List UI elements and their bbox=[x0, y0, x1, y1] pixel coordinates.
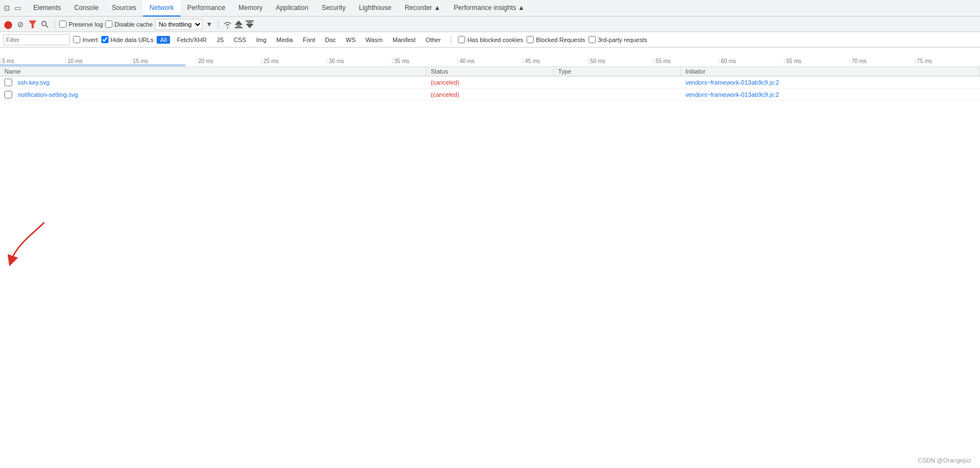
inspect-icon[interactable]: ⊡ bbox=[2, 4, 11, 13]
svg-rect-7 bbox=[247, 22, 252, 23]
tick-10ms: 10 ms bbox=[65, 58, 131, 64]
filter-css-btn[interactable]: CSS bbox=[230, 36, 250, 44]
tab-sources[interactable]: Sources bbox=[105, 0, 143, 17]
has-blocked-cookies-label[interactable]: Has blocked cookies bbox=[458, 36, 523, 43]
invert-label[interactable]: Invert bbox=[73, 36, 98, 43]
filter-icon[interactable] bbox=[28, 19, 38, 29]
devtools-icons: ⊡ ▭ bbox=[2, 4, 22, 13]
filter-media-btn[interactable]: Media bbox=[273, 36, 296, 44]
td-initiator-0[interactable]: vendors~framework-013ab9c9.js:2 bbox=[681, 79, 980, 86]
tick-40ms: 40 ms bbox=[457, 58, 523, 64]
tick-45ms: 45 ms bbox=[523, 58, 588, 64]
tick-35ms: 35 ms bbox=[392, 58, 457, 64]
svg-rect-8 bbox=[246, 20, 254, 22]
th-type[interactable]: Type bbox=[554, 67, 681, 76]
filter-img-btn[interactable]: Img bbox=[253, 36, 270, 44]
filter-input[interactable] bbox=[3, 34, 70, 45]
wifi-icon[interactable] bbox=[223, 20, 232, 29]
tick-50ms: 50 ms bbox=[588, 58, 653, 64]
tab-application[interactable]: Application bbox=[269, 0, 315, 17]
tab-performance[interactable]: Performance bbox=[180, 0, 232, 17]
table-header: Name Status Type Initiator bbox=[0, 67, 980, 76]
preserve-log-label[interactable]: Preserve log bbox=[59, 20, 103, 28]
blocked-requests-checkbox[interactable] bbox=[527, 36, 534, 43]
hide-data-urls-checkbox[interactable] bbox=[101, 36, 109, 43]
tick-65ms: 65 ms bbox=[784, 58, 849, 64]
th-name[interactable]: Name bbox=[0, 67, 426, 76]
filter-js-btn[interactable]: JS bbox=[213, 36, 227, 44]
tab-recorder[interactable]: Recorder ▲ bbox=[398, 0, 447, 17]
tick-15ms: 15 ms bbox=[131, 58, 196, 64]
filter-ws-btn[interactable]: WS bbox=[343, 36, 359, 44]
export-icon[interactable] bbox=[245, 20, 254, 29]
filter-manifest-btn[interactable]: Manifest bbox=[389, 36, 419, 44]
svg-marker-0 bbox=[29, 20, 37, 28]
throttle-select[interactable]: No throttling Fast 3G Slow 3G Offline bbox=[155, 19, 203, 30]
disable-cache-checkbox[interactable] bbox=[105, 20, 112, 28]
tab-network[interactable]: Network bbox=[143, 0, 180, 17]
device-icon[interactable]: ▭ bbox=[13, 4, 22, 13]
stop-button[interactable]: ⊘ bbox=[16, 19, 25, 29]
tab-console[interactable]: Console bbox=[68, 0, 105, 17]
filter-doc-btn[interactable]: Doc bbox=[322, 36, 339, 44]
tab-lighthouse[interactable]: Lighthouse bbox=[352, 0, 398, 17]
network-toolbar: ⬤ ⊘ Preserve log Disable cache No thrott… bbox=[0, 17, 980, 32]
timeline-ruler: 5 ms 10 ms 15 ms 20 ms 25 ms 30 ms 35 ms… bbox=[0, 48, 980, 66]
svg-marker-6 bbox=[246, 24, 254, 28]
divider-1 bbox=[54, 20, 55, 29]
preserve-log-checkbox[interactable] bbox=[59, 20, 66, 28]
filter-fetchxhr-btn[interactable]: Fetch/XHR bbox=[173, 36, 210, 44]
td-status-1: (canceled) bbox=[426, 91, 554, 98]
timeline-header: 5 ms 10 ms 15 ms 20 ms 25 ms 30 ms 35 ms… bbox=[0, 48, 980, 67]
blocked-requests-label[interactable]: Blocked Requests bbox=[527, 36, 585, 43]
row-checkbox-1[interactable] bbox=[4, 91, 12, 98]
import-icon[interactable] bbox=[234, 20, 243, 29]
svg-rect-4 bbox=[236, 25, 241, 27]
tick-75ms: 75 ms bbox=[915, 58, 980, 64]
timeline-waterfall-bar bbox=[0, 64, 185, 66]
th-initiator[interactable]: Initiator bbox=[681, 67, 980, 76]
tick-20ms: 20 ms bbox=[196, 58, 261, 64]
throttle-dropdown-icon[interactable]: ▼ bbox=[205, 20, 214, 29]
table-row[interactable]: notification-setting.svg (canceled) vend… bbox=[0, 89, 980, 101]
disable-cache-label[interactable]: Disable cache bbox=[105, 20, 153, 28]
tick-30ms: 30 ms bbox=[327, 58, 392, 64]
tab-security[interactable]: Security bbox=[315, 0, 352, 17]
record-button[interactable]: ⬤ bbox=[3, 19, 13, 29]
hide-data-urls-label[interactable]: Hide data URLs bbox=[101, 36, 154, 43]
tick-5ms: 5 ms bbox=[0, 58, 65, 64]
has-blocked-cookies-checkbox[interactable] bbox=[458, 36, 465, 43]
tick-55ms: 55 ms bbox=[653, 58, 719, 64]
divider-filter bbox=[451, 35, 451, 44]
annotation-arrow bbox=[0, 217, 89, 272]
td-name-1: notification-setting.svg bbox=[0, 91, 426, 98]
third-party-checkbox[interactable] bbox=[589, 36, 596, 43]
network-table: Name Status Type Initiator ssh-key.svg (… bbox=[0, 67, 980, 468]
td-status-0: (canceled) bbox=[426, 79, 554, 86]
th-status[interactable]: Status bbox=[426, 67, 554, 76]
tick-25ms: 25 ms bbox=[261, 58, 327, 64]
filter-other-btn[interactable]: Other bbox=[422, 36, 445, 44]
main-area: Name Status Type Initiator ssh-key.svg (… bbox=[0, 67, 980, 468]
tick-70ms: 70 ms bbox=[849, 58, 915, 64]
filter-font-btn[interactable]: Font bbox=[300, 36, 318, 44]
td-name-0: ssh-key.svg bbox=[0, 79, 426, 86]
tab-performance-insights[interactable]: Performance insights ▲ bbox=[447, 0, 532, 17]
watermark: CSDN @Orangejuz bbox=[918, 457, 971, 464]
tab-memory[interactable]: Memory bbox=[232, 0, 269, 17]
tick-60ms: 60 ms bbox=[719, 58, 784, 64]
filter-bar: Invert Hide data URLs All Fetch/XHR JS C… bbox=[0, 32, 980, 48]
tab-bar: ⊡ ▭ Elements Console Sources Network Per… bbox=[0, 0, 980, 17]
third-party-label[interactable]: 3rd-party requests bbox=[589, 36, 647, 43]
tab-elements[interactable]: Elements bbox=[27, 0, 68, 17]
invert-checkbox[interactable] bbox=[73, 36, 80, 43]
svg-marker-3 bbox=[235, 20, 243, 25]
search-icon[interactable] bbox=[40, 19, 50, 29]
filter-wasm-btn[interactable]: Wasm bbox=[362, 36, 386, 44]
svg-point-1 bbox=[42, 21, 47, 25]
td-initiator-1[interactable]: vendors~framework-013ab9c9.js:2 bbox=[681, 91, 980, 98]
filter-all-btn[interactable]: All bbox=[157, 36, 170, 44]
row-checkbox-0[interactable] bbox=[4, 79, 12, 86]
svg-rect-5 bbox=[235, 27, 243, 28]
table-row[interactable]: ssh-key.svg (canceled) vendors~framework… bbox=[0, 76, 980, 89]
